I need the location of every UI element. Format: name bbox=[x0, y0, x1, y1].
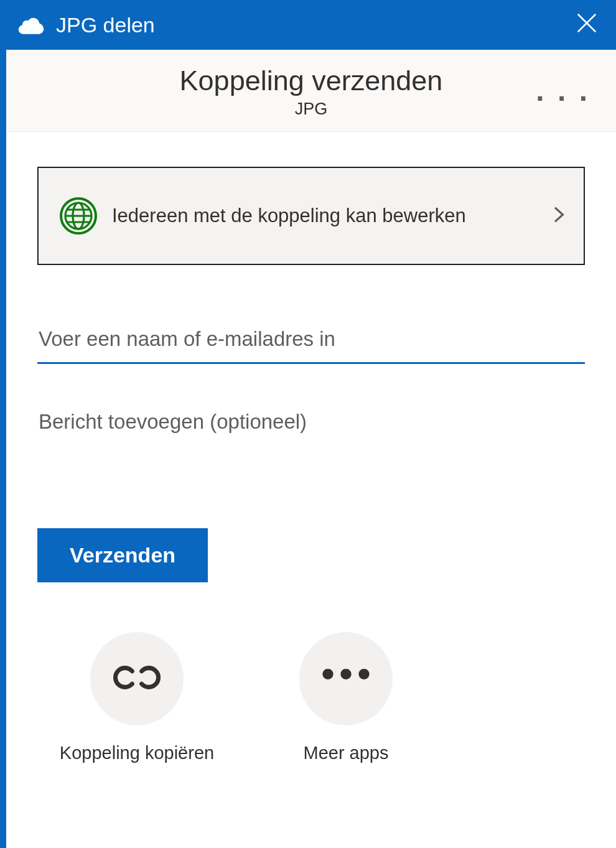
window-title: JPG delen bbox=[56, 13, 155, 37]
header-more-button[interactable]: . . . bbox=[536, 73, 590, 108]
dialog-header: Koppeling verzenden JPG . . . bbox=[6, 50, 616, 132]
link-settings-button[interactable]: Iedereen met de koppeling kan bewerken bbox=[37, 167, 585, 265]
link-icon bbox=[111, 661, 162, 696]
link-settings-label: Iedereen met de koppeling kan bewerken bbox=[112, 203, 549, 229]
copy-link-label: Koppeling kopiëren bbox=[60, 743, 214, 763]
onedrive-cloud-icon bbox=[17, 16, 45, 34]
copy-link-button[interactable]: Koppeling kopiëren bbox=[50, 632, 224, 763]
chevron-right-icon bbox=[549, 201, 567, 231]
titlebar-left: JPG delen bbox=[17, 13, 155, 37]
close-icon bbox=[575, 11, 599, 35]
more-apps-button[interactable]: ••• Meer apps bbox=[259, 632, 433, 763]
more-apps-label: Meer apps bbox=[303, 743, 388, 763]
recipient-input[interactable] bbox=[37, 321, 585, 364]
send-button[interactable]: Verzenden bbox=[37, 528, 208, 582]
recipient-field-wrap bbox=[37, 321, 585, 364]
more-apps-circle: ••• bbox=[299, 632, 393, 725]
message-input[interactable] bbox=[37, 404, 585, 464]
copy-link-circle bbox=[90, 632, 184, 725]
close-button[interactable] bbox=[575, 11, 599, 39]
globe-icon bbox=[58, 196, 98, 236]
dialog-title: Koppeling verzenden bbox=[6, 65, 616, 97]
ellipsis-icon: ••• bbox=[321, 652, 375, 695]
dialog-subtitle: JPG bbox=[6, 100, 616, 119]
message-field-wrap bbox=[37, 404, 585, 466]
window-titlebar: JPG delen bbox=[6, 0, 616, 50]
secondary-actions-row: Koppeling kopiëren ••• Meer apps bbox=[37, 632, 585, 763]
